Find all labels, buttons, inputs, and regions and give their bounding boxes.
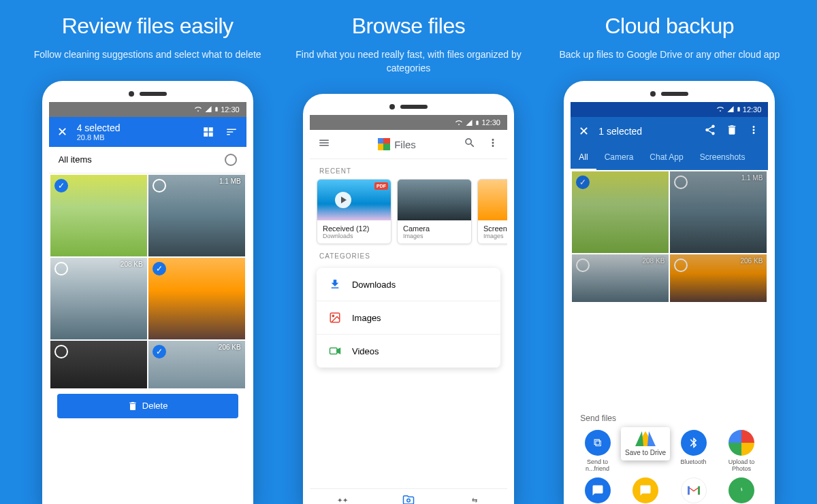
photo-thumb[interactable]: 206 KB [670, 254, 767, 302]
photo-thumb[interactable]: ✓ [148, 258, 245, 339]
checkbox-icon[interactable] [674, 258, 688, 272]
tab-clean[interactable]: ✦✦Clean [310, 489, 376, 504]
checkbox-icon[interactable]: ✓ [54, 179, 68, 192]
app-allo[interactable]: Allo [624, 477, 667, 504]
drive-popup: Save to Drive [621, 427, 670, 460]
headline-backup: Cloud backup [605, 14, 734, 39]
allo-icon [632, 477, 658, 503]
checkbox-icon[interactable]: ✓ [153, 262, 166, 275]
select-all-checkbox[interactable] [225, 154, 237, 166]
app-bluetooth[interactable]: Bluetooth [672, 430, 716, 472]
recent-label: RECENT [310, 159, 507, 179]
photo-thumb[interactable] [50, 341, 147, 388]
tab-screenshots[interactable]: Screenshots [692, 146, 754, 170]
gmail-icon [681, 477, 707, 503]
statusbar: 12:30 [310, 115, 507, 130]
app-send-friends[interactable]: ⧉Send to n...friend [576, 430, 620, 472]
trash-icon [127, 401, 138, 411]
selection-size: 20.8 MB [77, 133, 192, 141]
photo-thumb[interactable]: 1.1 MB [670, 171, 767, 253]
signal-icon [726, 105, 735, 113]
bottom-nav: ✦✦Clean Browse ⇆Share [310, 488, 507, 504]
photo-thumb[interactable]: 208 KB [572, 254, 669, 302]
checkbox-icon[interactable] [576, 258, 590, 272]
selection-appbar: ✕ 4 selected 20.8 MB [49, 117, 246, 147]
svg-point-3 [407, 499, 411, 503]
app-photos[interactable]: Upload to Photos [720, 430, 763, 472]
recent-card[interactable]: CameraImages [397, 179, 472, 244]
battery-icon [214, 105, 219, 114]
photo-thumb[interactable]: ✓ [50, 175, 147, 256]
sheet-title: Send files [573, 411, 765, 427]
tab-browse[interactable]: Browse [376, 489, 442, 504]
wifi-icon [454, 119, 464, 127]
bluetooth-icon [681, 430, 707, 456]
close-icon[interactable]: ✕ [57, 124, 67, 139]
battery-icon [736, 105, 741, 114]
drive-icon [637, 431, 654, 446]
video-icon [327, 343, 342, 358]
delete-button[interactable]: Delete [57, 394, 238, 418]
photo-thumb[interactable]: ✓ [572, 171, 669, 253]
app-gmail[interactable]: Gmail [672, 477, 716, 504]
headline-browse: Browse files [352, 14, 466, 39]
wifi-icon [716, 105, 725, 113]
trash-icon[interactable] [726, 124, 738, 139]
recent-card[interactable]: ScreenImages [477, 179, 507, 244]
phone-mockup: 12:30 ✕ 1 selected All Camera Chat App S… [564, 81, 775, 504]
checkbox-icon[interactable] [153, 179, 166, 192]
checkbox-icon[interactable]: ✓ [153, 345, 166, 358]
app-brand: Files [341, 138, 453, 150]
checkbox-icon[interactable] [674, 175, 688, 189]
download-icon [327, 277, 342, 292]
tab-camera[interactable]: Camera [596, 146, 642, 170]
search-icon[interactable] [464, 137, 476, 152]
share-sheet: Send files ⧉Send to n...friend Save to D… [571, 405, 768, 504]
photo-thumb[interactable]: 1.1 MB [148, 175, 245, 256]
sparkle-icon: ✦✦ [310, 493, 376, 504]
headline-review: Review files easily [62, 14, 234, 39]
panel-browse: Browse files Find what you need really f… [279, 14, 538, 504]
battery-icon [475, 118, 480, 127]
app-drive[interactable]: Save to Drive [624, 430, 667, 472]
checkbox-icon[interactable] [54, 345, 68, 358]
pdf-badge: PDF [374, 182, 388, 190]
grid-view-icon[interactable] [202, 125, 215, 139]
app-hangouts[interactable]: Hangouts [720, 477, 763, 504]
play-icon [335, 192, 351, 208]
category-images[interactable]: Images [317, 301, 500, 335]
tab-all[interactable]: All [571, 146, 596, 170]
folder-search-icon [376, 493, 442, 504]
more-icon[interactable] [487, 137, 499, 152]
selection-count: 4 selected [77, 122, 192, 133]
photo-thumb[interactable]: ✓206 KB [148, 341, 245, 388]
app-messages[interactable]: Messages [576, 477, 620, 504]
checkbox-icon[interactable]: ✓ [576, 175, 590, 189]
hamburger-icon[interactable] [318, 137, 330, 152]
svg-point-1 [332, 315, 334, 316]
tab-share[interactable]: ⇆Share [441, 489, 507, 504]
more-icon[interactable] [748, 124, 760, 139]
subtitle-backup: Back up files to Google Drive or any oth… [545, 48, 793, 62]
recent-card[interactable]: PDF Received (12)Downloads [317, 179, 391, 244]
clock: 12:30 [481, 118, 500, 127]
phone-mockup: 12:30 ✕ 4 selected 20.8 MB All items ✓ 1… [42, 81, 253, 504]
statusbar: 12:30 [571, 102, 768, 117]
categories-label: CATEGORIES [310, 244, 507, 264]
photo-thumb[interactable]: 208 KB [50, 258, 147, 339]
share-icon: ⇆ [441, 493, 507, 504]
close-icon[interactable]: ✕ [579, 124, 589, 139]
panel-review: Review files easily Follow cleaning sugg… [18, 14, 277, 504]
messages-icon [585, 477, 611, 503]
checkbox-icon[interactable] [54, 262, 68, 275]
hangouts-icon [728, 477, 754, 503]
category-downloads[interactable]: Downloads [317, 268, 500, 301]
clock: 12:30 [743, 105, 762, 114]
sort-icon[interactable] [225, 125, 238, 139]
share-icon[interactable] [704, 124, 716, 139]
all-items-row[interactable]: All items [49, 147, 246, 173]
category-videos[interactable]: Videos [317, 335, 500, 368]
tab-chatapp[interactable]: Chat App [641, 146, 691, 170]
phone-mockup: 12:30 Files RECENT PDF Received (12)Down… [303, 94, 514, 504]
wifi-icon [193, 105, 203, 113]
